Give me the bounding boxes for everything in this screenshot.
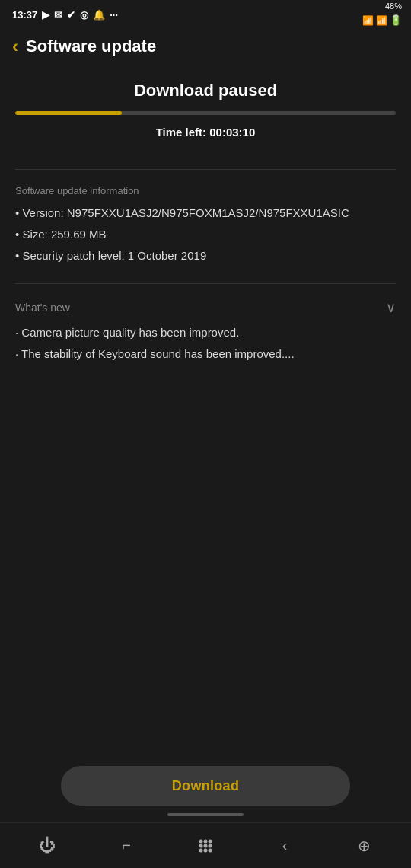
home-icon[interactable]: [187, 828, 224, 864]
size-info: • Size: 259.69 MB: [15, 225, 396, 244]
divider-2: [15, 283, 396, 284]
battery-icon: 🔋: [390, 14, 402, 26]
svg-point-4: [204, 844, 208, 847]
status-icon-location: ◎: [80, 9, 88, 21]
status-icon-more: ···: [110, 9, 118, 21]
top-navigation: ‹ Software update: [0, 27, 411, 65]
download-button[interactable]: Download: [61, 766, 350, 806]
whats-new-item-2: · The stability of Keyboard sound has be…: [15, 345, 396, 363]
divider-1: [15, 169, 396, 170]
back-nav-icon[interactable]: ‹: [266, 828, 303, 864]
security-patch-info: • Security patch level: 1 October 2019: [15, 247, 396, 265]
time-left-label: Time left: 00:03:10: [156, 126, 256, 139]
whats-new-label: What's new: [15, 302, 70, 314]
svg-point-5: [209, 844, 212, 847]
status-bar: 13:37 ▶ ✉ ✔ ◎ 🔔 ··· 48% 📶 📶 🔋: [0, 0, 411, 27]
svg-point-1: [204, 839, 208, 843]
recents-icon[interactable]: ⌐: [108, 828, 145, 864]
svg-point-6: [199, 848, 203, 852]
svg-point-2: [209, 839, 212, 843]
signal-icon: 📶: [362, 15, 374, 26]
version-info: • Version: N975FXXU1ASJ2/N975FOXM1ASJ2/N…: [15, 204, 396, 222]
whats-new-header[interactable]: What's new ∨: [15, 299, 396, 316]
time-display: 13:37: [12, 9, 37, 21]
progress-bar-fill: [15, 111, 122, 115]
bottom-navigation: ⏻ ⌐ ‹ ⊕: [0, 822, 411, 868]
status-icon-mail: ✉: [54, 9, 62, 21]
svg-point-8: [209, 848, 212, 852]
whats-new-item-1: · Camera picture quality has been improv…: [15, 324, 396, 342]
bottom-action-area: Download: [0, 754, 411, 813]
svg-point-0: [199, 839, 203, 843]
whats-new-section: What's new ∨ · Camera picture quality ha…: [15, 292, 396, 374]
svg-point-7: [204, 848, 208, 852]
home-indicator-area: [0, 813, 411, 822]
svg-point-3: [199, 844, 203, 847]
software-info-label: Software update information: [15, 185, 396, 196]
back-button[interactable]: ‹: [12, 37, 18, 56]
home-indicator-bar: [167, 813, 244, 816]
download-status-title: Download paused: [134, 81, 277, 101]
browser-icon[interactable]: ⊕: [346, 828, 382, 864]
main-content: Download paused Time left: 00:03:10 Soft…: [0, 65, 411, 754]
chevron-down-icon: ∨: [386, 299, 396, 316]
battery-percent: 48%: [385, 2, 402, 11]
software-info-section: Software update information • Version: N…: [15, 177, 396, 276]
status-icon-play: ▶: [42, 9, 49, 21]
status-icon-bell: 🔔: [93, 9, 105, 21]
wifi-icon: 📶: [376, 15, 387, 26]
power-icon[interactable]: ⏻: [29, 828, 65, 864]
download-status-section: Download paused Time left: 00:03:10: [15, 65, 396, 161]
status-icon-check: ✔: [67, 9, 75, 21]
progress-bar-container: [15, 111, 396, 115]
page-title: Software update: [26, 37, 156, 56]
